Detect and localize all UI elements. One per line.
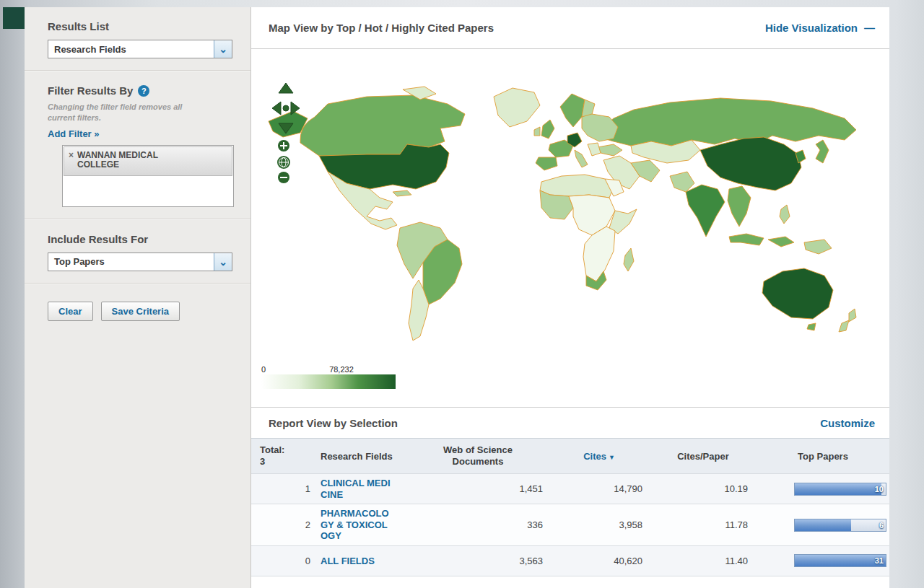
col-cites-per-paper[interactable]: Cites/Paper <box>650 451 757 462</box>
pan-center-button[interactable] <box>283 105 289 111</box>
hide-visualization-label: Hide Visualization <box>765 22 858 34</box>
table-row: 0 ALL FIELDS 3,563 40,620 11.40 31 <box>251 546 889 576</box>
table-row: 2 PHARMACOLOGY & TOXICOLOGY 336 3,958 11… <box>251 504 889 546</box>
field-link[interactable]: ALL FIELDS <box>321 556 394 567</box>
clear-button[interactable]: Clear <box>48 302 93 321</box>
top-papers-bar-fill <box>795 555 886 566</box>
cpp-cell: 11.78 <box>650 519 757 530</box>
rank-cell: 2 <box>251 519 315 530</box>
top-papers-bar: 31 <box>794 554 886 567</box>
legend-gradient-bar <box>261 374 396 389</box>
pan-left-button[interactable] <box>272 102 281 115</box>
cites-label: Cites <box>583 451 606 462</box>
main-panel: Map View by Top / Hot / Highly Cited Pap… <box>251 7 889 588</box>
world-map[interactable] <box>258 75 883 360</box>
rank-cell: 0 <box>251 556 315 566</box>
chevron-glyph: ⌄ <box>219 43 227 55</box>
top-papers-bar-fill <box>795 483 881 495</box>
filter-tag-label: WANNAN MEDICAL COLLEGE <box>77 151 186 171</box>
sidebar-buttons: Clear Save Criteria <box>25 284 250 333</box>
top-papers-bar: 10 <box>794 483 886 496</box>
total-label: Total: <box>260 444 310 456</box>
field-link[interactable]: CLINICAL MEDICINE <box>321 478 394 500</box>
docs-cell: 3,563 <box>407 556 549 566</box>
include-results-label: Include Results For <box>48 233 235 245</box>
filter-note-text: Changing the filter field removes all cu… <box>48 102 202 123</box>
continent-oceania[interactable] <box>762 268 856 332</box>
cites-cell: 40,620 <box>549 556 650 566</box>
world-map-area: 0 78,232 <box>251 49 889 408</box>
minimize-icon: — <box>864 22 875 34</box>
docs-cell: 336 <box>407 519 549 530</box>
map-zoom-control[interactable] <box>276 140 292 183</box>
report-view-header: Report View by Selection Customize <box>251 408 889 438</box>
col-cites-sorted[interactable]: Cites▼ <box>549 451 650 462</box>
rank-cell: 1 <box>251 483 315 494</box>
col-research-fields[interactable]: Research Fields <box>315 451 407 462</box>
pan-down-button[interactable] <box>279 123 293 133</box>
continent-europe[interactable] <box>534 94 618 170</box>
pan-right-button[interactable] <box>291 102 300 115</box>
map-legend: 0 78,232 <box>261 365 396 389</box>
chevron-down-icon[interactable]: ⌄ <box>214 40 232 58</box>
continent-africa[interactable] <box>540 175 637 290</box>
help-icon[interactable]: ? <box>138 85 149 97</box>
continent-north-america[interactable] <box>269 87 540 229</box>
logo-mark <box>3 7 25 29</box>
hide-visualization-link[interactable]: Hide Visualization — <box>765 22 875 34</box>
cites-cell: 14,790 <box>549 483 650 494</box>
results-list-selected-value: Research Fields <box>48 44 214 55</box>
remove-filter-icon[interactable]: × <box>69 151 74 160</box>
customize-link[interactable]: Customize <box>820 417 875 429</box>
sidebar: Results List Research Fields ⌄ Filter Re… <box>25 7 251 588</box>
report-view-title: Report View by Selection <box>269 417 398 429</box>
legend-max-value: 78,232 <box>329 365 354 374</box>
esi-app: Results List Research Fields ⌄ Filter Re… <box>0 0 924 588</box>
total-value: 3 <box>260 456 310 468</box>
total-header: Total: 3 <box>251 444 315 468</box>
table-header-row: Total: 3 Research Fields Web of Science … <box>251 438 889 474</box>
col-wos-documents[interactable]: Web of Science Documents <box>407 444 549 468</box>
continent-asia[interactable] <box>598 98 856 254</box>
include-results-select[interactable]: Top Papers ⌄ <box>48 253 232 271</box>
results-list-label: Results List <box>48 20 235 32</box>
top-papers-value: 31 <box>875 556 884 565</box>
filter-tag: × WANNAN MEDICAL COLLEGE <box>64 146 232 177</box>
map-view-title: Map View by Top / Hot / Highly Cited Pap… <box>269 22 494 34</box>
top-papers-bar: 6 <box>794 519 886 532</box>
save-criteria-button[interactable]: Save Criteria <box>101 302 180 321</box>
top-papers-bar-fill <box>795 519 851 531</box>
cpp-cell: 11.40 <box>650 556 757 566</box>
results-list-section: Results List Research Fields ⌄ <box>25 7 250 70</box>
map-view-header: Map View by Top / Hot / Highly Cited Pap… <box>251 7 889 49</box>
table-row: 1 CLINICAL MEDICINE 1,451 14,790 10.19 1… <box>251 474 889 504</box>
cpp-cell: 10.19 <box>650 483 757 494</box>
chevron-glyph: ⌄ <box>219 256 227 268</box>
include-results-section: Include Results For Top Papers ⌄ <box>25 220 250 283</box>
cites-cell: 3,958 <box>549 519 650 530</box>
field-link[interactable]: PHARMACOLOGY & TOXICOLOGY <box>321 508 394 542</box>
active-filters-box: × WANNAN MEDICAL COLLEGE <box>62 145 234 207</box>
include-results-selected-value: Top Papers <box>48 256 214 267</box>
pan-up-button[interactable] <box>279 83 293 93</box>
legend-min-value: 0 <box>261 365 266 374</box>
map-pan-control[interactable] <box>271 82 300 134</box>
chevron-down-icon[interactable]: ⌄ <box>214 253 232 271</box>
docs-cell: 1,451 <box>407 483 549 494</box>
continent-south-america[interactable] <box>397 222 462 341</box>
col-top-papers[interactable]: Top Papers <box>757 451 889 462</box>
results-list-select[interactable]: Research Fields ⌄ <box>48 40 232 58</box>
top-papers-value: 6 <box>879 521 884 530</box>
filter-results-by-label: Filter Results By <box>48 84 133 97</box>
add-filter-link[interactable]: Add Filter » <box>48 128 100 139</box>
report-table: Total: 3 Research Fields Web of Science … <box>251 438 889 576</box>
filter-section: Filter Results By ? Changing the filter … <box>25 71 250 219</box>
top-papers-value: 10 <box>875 485 884 493</box>
sort-desc-icon: ▼ <box>609 454 615 461</box>
